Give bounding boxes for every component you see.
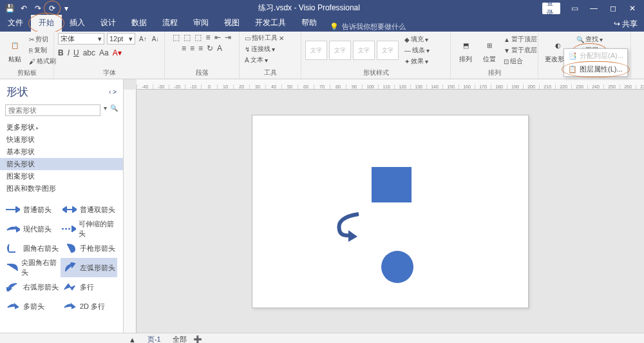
add-page-icon[interactable]: ➕ <box>193 335 202 343</box>
shape-item[interactable]: 现代箭头 <box>4 219 61 239</box>
align-bot-icon[interactable]: ⬚ <box>194 33 202 42</box>
align-top-icon[interactable]: ⬚ <box>173 33 180 42</box>
align-center-icon[interactable]: ≡ <box>190 44 194 53</box>
shrink-font-icon[interactable]: A↓ <box>151 35 161 43</box>
style-item[interactable]: 文字 <box>329 41 351 60</box>
group-button[interactable]: ⊡ 组合 <box>502 56 538 66</box>
italic-button[interactable]: I <box>68 48 70 57</box>
indent-dec-icon[interactable]: ⇤ <box>214 33 221 42</box>
underline-button[interactable]: U <box>73 48 79 57</box>
shape-item[interactable]: 可伸缩的箭头 <box>61 219 117 239</box>
style-item[interactable]: 文字 <box>377 41 399 60</box>
page-scroll-icon[interactable]: ▲ <box>129 336 136 344</box>
shape-item[interactable]: 圆角右箭头 <box>4 239 61 258</box>
cat-arrow[interactable]: 箭头形状 <box>0 158 123 170</box>
style-item[interactable]: 文字 <box>353 41 375 60</box>
effect-button[interactable]: ✦ 效果 ▾ <box>403 56 431 66</box>
align-mid-icon[interactable]: ⬚ <box>184 33 191 42</box>
tab-process[interactable]: 流程 <box>155 15 185 32</box>
maximize-icon[interactable]: ◻ <box>604 3 622 14</box>
minimize-icon[interactable]: — <box>585 3 603 14</box>
cat-chart[interactable]: 图表和数学图形 <box>0 182 123 195</box>
redo-icon[interactable]: ↷ <box>32 3 44 14</box>
find-button[interactable]: 🔍 查找 ▾ <box>575 34 604 44</box>
shape-item[interactable]: 多箭头 <box>4 297 61 316</box>
style-gallery[interactable]: 文字 文字 文字 文字 <box>305 41 399 60</box>
cat-quick[interactable]: 快速形状 <box>0 133 123 146</box>
circle-shape[interactable] <box>381 251 413 283</box>
bullets-icon[interactable]: ≡ <box>205 33 210 42</box>
bold-button[interactable]: B <box>58 48 64 57</box>
tell-me[interactable]: 💡告诉我你想要做什么 <box>330 22 406 32</box>
arrange-button[interactable]: ⬒排列 <box>455 35 477 65</box>
text-tool[interactable]: A 文本 ▾ <box>243 55 269 65</box>
shapes-pane: 形状‹ > ▾ 🔍 更多形状 快速形状 基本形状 箭头形状 图案形状 图表和数学… <box>0 79 124 333</box>
curved-arrow-shape[interactable] <box>333 211 365 243</box>
cut-button[interactable]: ✂ 剪切 <box>28 34 57 44</box>
canvas[interactable] <box>137 90 644 333</box>
paste-button[interactable]: 📋粘贴 <box>4 35 26 65</box>
arrange-label: 排列 <box>455 68 534 79</box>
shape-item-selected[interactable]: 左弧形箭头 <box>61 258 117 277</box>
shape-item[interactable]: 尖圆角右箭头 <box>4 258 61 277</box>
align-left-icon[interactable]: ≡ <box>182 44 186 53</box>
qat-dropdown-icon[interactable]: ▾ <box>61 3 72 14</box>
connector-tool[interactable]: ↯ 连接线 ▾ <box>243 44 276 54</box>
drawing-page[interactable] <box>252 115 529 308</box>
tab-design[interactable]: 设计 <box>93 15 124 32</box>
format-painter-button[interactable]: 🖌 格式刷 <box>28 56 57 66</box>
grow-font-icon[interactable]: A↑ <box>138 35 148 43</box>
font-family-select[interactable]: 宋体▾ <box>58 33 104 44</box>
shape-item[interactable]: 手枪形箭头 <box>61 239 117 258</box>
all-pages-button[interactable]: 全部 <box>173 335 187 343</box>
tab-review[interactable]: 审阅 <box>185 15 216 32</box>
font-color-button[interactable]: A▾ <box>113 48 122 57</box>
tab-help[interactable]: 帮助 <box>294 15 325 32</box>
line-button[interactable]: — 线条 ▾ <box>403 45 431 55</box>
tab-view[interactable]: 视图 <box>216 15 247 32</box>
case-button[interactable]: Aa <box>99 48 109 57</box>
layer-props-item[interactable]: 📋 图层属性(L)... <box>564 63 627 76</box>
close-icon[interactable]: ✕ <box>623 3 641 14</box>
position-button[interactable]: ⊞位置 <box>478 35 500 65</box>
tab-insert[interactable]: 插入 <box>62 15 93 32</box>
indent-inc-icon[interactable]: ⇥ <box>225 33 231 42</box>
cat-more[interactable]: 更多形状 <box>0 121 123 133</box>
pointer-tool[interactable]: ▭ 指针工具 ✕ <box>243 33 285 43</box>
search-dropdown-icon[interactable]: ▾ <box>102 104 109 116</box>
align-right-icon[interactable]: ≡ <box>198 44 203 53</box>
cat-basic[interactable]: 基本形状 <box>0 146 123 158</box>
square-shape[interactable] <box>372 167 412 202</box>
tab-developer[interactable]: 开发工具 <box>247 15 294 32</box>
ribbon-display-icon[interactable]: ▭ <box>565 3 583 14</box>
rotate-text-icon[interactable]: ↻ <box>207 44 213 53</box>
send-back-button[interactable]: ▼ 置于底层 <box>502 45 538 55</box>
strike-button[interactable]: abc <box>83 48 95 57</box>
bring-front-button[interactable]: ▲ 置于顶层 <box>502 34 538 44</box>
shape-item[interactable]: 右弧形箭头 <box>4 277 61 297</box>
search-icon[interactable]: 🔍 <box>110 104 118 116</box>
search-input[interactable] <box>5 104 100 116</box>
shape-item[interactable]: 普通箭头 <box>4 200 61 219</box>
tab-data[interactable]: 数据 <box>124 15 155 32</box>
shape-item[interactable]: 多行 <box>61 277 117 297</box>
share-button[interactable]: ↪ 共享 <box>614 19 638 30</box>
save-icon[interactable]: 💾 <box>4 3 15 14</box>
shape-grid: 普通箭头 普通双箭头 现代箭头 可伸缩的箭头 圆角右箭头 手枪形箭头 尖圆角右箭… <box>0 197 123 333</box>
cat-pattern[interactable]: 图案形状 <box>0 170 123 182</box>
tab-file[interactable]: 文件 <box>0 15 31 32</box>
shape-item[interactable]: 普通双箭头 <box>61 200 117 219</box>
spacing-icon[interactable]: A <box>217 44 222 53</box>
style-item[interactable]: 文字 <box>305 41 327 60</box>
page-tab-1[interactable]: 页-1 <box>142 333 166 343</box>
login-button[interactable]: 登录 <box>542 3 560 14</box>
font-size-select[interactable]: 12pt▾ <box>107 33 135 44</box>
svg-marker-11 <box>15 304 18 308</box>
undo-icon[interactable]: ↶ <box>18 3 30 14</box>
copy-button[interactable]: ⎘ 复制 <box>28 45 57 55</box>
tab-home[interactable]: 开始 <box>31 15 62 32</box>
shape-item[interactable]: 2D 多行 <box>61 297 117 316</box>
refresh-icon[interactable]: ⟳ <box>46 3 58 14</box>
layer-dropdown: 📑 分配到层(A)... 📋 图层属性(L)... <box>564 48 628 77</box>
fill-button[interactable]: ◆ 填充 ▾ <box>403 34 431 44</box>
